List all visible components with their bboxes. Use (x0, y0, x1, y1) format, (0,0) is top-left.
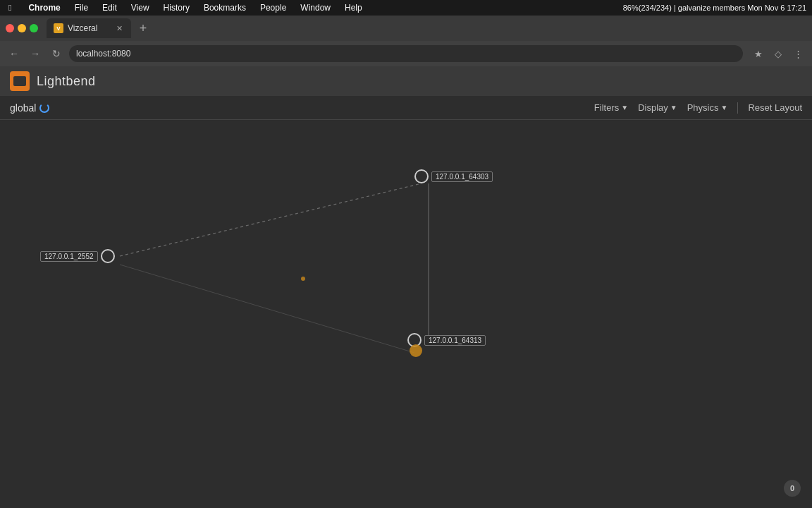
menu-view[interactable]: View (128, 2, 152, 13)
physics-label: Physics (687, 102, 719, 113)
svg-line-0 (120, 183, 422, 256)
bookmark-button[interactable]: ★ (750, 45, 767, 62)
physics-caret: ▼ (720, 104, 727, 111)
svg-point-3 (301, 277, 305, 281)
address-bar[interactable]: localhost:8080 (69, 45, 743, 62)
minimize-window-button[interactable] (18, 24, 26, 32)
menu-people[interactable]: People (257, 2, 289, 13)
menu-help[interactable]: Help (342, 2, 365, 13)
node-1-circle (414, 169, 429, 183)
tab-favicon: V (54, 23, 63, 33)
global-label: global (10, 102, 49, 114)
tab-close-button[interactable]: ✕ (114, 23, 124, 33)
filters-button[interactable]: Filters ▼ (594, 102, 628, 113)
new-tab-button[interactable]: + (134, 19, 152, 37)
node-1-label: 127.0.0.1_64303 (431, 171, 493, 182)
display-label: Display (638, 102, 668, 113)
nav-right-controls: ★ ◇ ⋮ (750, 45, 806, 62)
mac-menubar:  Chrome File Edit View History Bookmark… (0, 0, 812, 16)
back-button[interactable]: ← (6, 45, 23, 62)
traffic-lights (6, 24, 38, 32)
chrome-menu-button[interactable]: ⋮ (789, 45, 806, 62)
chrome-tabbar: V Vizceral ✕ + (0, 16, 812, 41)
reset-layout-button[interactable]: Reset Layout (748, 102, 802, 113)
extensions-button[interactable]: ◇ (770, 45, 787, 62)
node-1[interactable]: 127.0.0.1_64303 (414, 169, 493, 183)
filters-label: Filters (594, 102, 619, 113)
address-text: localhost:8080 (76, 49, 130, 59)
maximize-window-button[interactable] (30, 24, 38, 32)
global-text: global (10, 102, 36, 114)
node-2-label: 127.0.0.1_2552 (40, 251, 98, 262)
canvas-area[interactable]: 127.0.0.1_64303 127.0.0.1_2552 127.0.0.1… (0, 120, 812, 508)
app-header: Lightbend (0, 66, 812, 96)
logo-icon (13, 76, 26, 86)
close-window-button[interactable] (6, 24, 14, 32)
menu-chrome[interactable]: Chrome (25, 2, 63, 13)
node-3-circle (407, 333, 422, 347)
apple-menu[interactable]:  (6, 2, 14, 13)
menu-history[interactable]: History (161, 2, 192, 13)
node-2-circle (101, 249, 115, 263)
menu-file[interactable]: File (72, 2, 91, 13)
tab-title: Vizceral (68, 23, 97, 33)
reload-button[interactable]: ↻ (48, 45, 65, 62)
forward-button[interactable]: → (27, 45, 44, 62)
status-text: 86%(234/234) | galvanize members Mon Nov… (623, 4, 806, 12)
toolbar-right: Filters ▼ Display ▼ Physics ▼ Reset Layo… (594, 102, 802, 114)
filters-caret: ▼ (621, 104, 628, 111)
display-button[interactable]: Display ▼ (638, 102, 677, 113)
toolbar-divider (737, 102, 738, 114)
notification-badge: 0 (784, 480, 801, 497)
chrome-navbar: ← → ↻ localhost:8080 ★ ◇ ⋮ (0, 41, 812, 66)
menu-window[interactable]: Window (297, 2, 333, 13)
mac-status-bar: 86%(234/234) | galvanize members Mon Nov… (623, 4, 806, 12)
svg-line-2 (120, 265, 414, 353)
node-2[interactable]: 127.0.0.1_2552 (40, 249, 115, 263)
menu-bookmarks[interactable]: Bookmarks (201, 2, 249, 13)
display-caret: ▼ (670, 104, 677, 111)
menu-edit[interactable]: Edit (99, 2, 120, 13)
network-svg (0, 120, 812, 508)
app-logo (10, 71, 30, 91)
node-3-label: 127.0.0.1_64313 (424, 335, 486, 346)
physics-button[interactable]: Physics ▼ (687, 102, 728, 113)
badge-count: 0 (790, 484, 794, 492)
sub-header: global Filters ▼ Display ▼ Physics ▼ Res… (0, 96, 812, 120)
refresh-icon[interactable] (39, 103, 49, 113)
app-title: Lightbend (37, 74, 96, 89)
node-3[interactable]: 127.0.0.1_64313 (407, 333, 486, 347)
browser-tab[interactable]: V Vizceral ✕ (47, 18, 131, 38)
reset-layout-label: Reset Layout (748, 102, 802, 113)
